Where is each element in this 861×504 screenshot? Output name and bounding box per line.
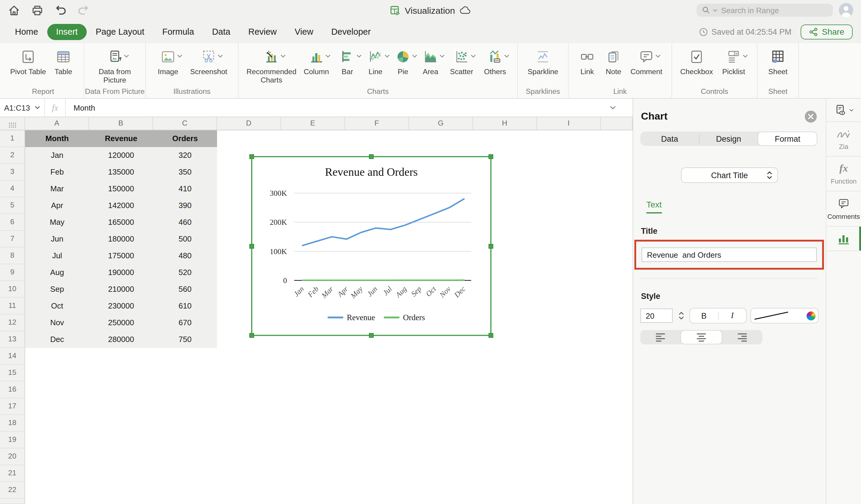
cell-B7[interactable]: 180000: [89, 231, 153, 247]
row-header-2[interactable]: 2: [0, 147, 25, 164]
undo-button[interactable]: [54, 3, 67, 17]
sheet-view-button[interactable]: [826, 99, 861, 122]
row-header-3[interactable]: 3: [0, 164, 25, 180]
ribbon-item-sparkline[interactable]: Sparkline: [524, 49, 561, 76]
tab-text[interactable]: Text: [646, 200, 661, 214]
column-header-I[interactable]: I: [537, 117, 601, 130]
rail-item-comments[interactable]: Comments: [826, 191, 861, 227]
ribbon-item-pivot-table[interactable]: Pivot Table: [9, 49, 47, 76]
cell-C12[interactable]: 670: [153, 314, 217, 331]
chart-handle-nw[interactable]: [249, 154, 254, 159]
column-header-C[interactable]: C: [153, 117, 217, 130]
row-header-20[interactable]: 20: [0, 448, 25, 465]
row-header-14[interactable]: 14: [0, 348, 25, 365]
rail-item-function[interactable]: fx Function: [826, 156, 861, 191]
row-header-10[interactable]: 10: [0, 281, 25, 298]
line-style-button[interactable]: [750, 308, 819, 324]
search-input[interactable]: [720, 5, 812, 15]
cell-A3[interactable]: Feb: [25, 164, 89, 180]
ribbon-item-pie[interactable]: Pie: [391, 49, 415, 76]
bold-button[interactable]: B: [690, 311, 718, 320]
align-center-button[interactable]: [681, 330, 722, 344]
tab-page-layout[interactable]: Page Layout: [87, 24, 153, 40]
rail-item-zia[interactable]: Zia: [826, 122, 861, 156]
ribbon-item-screenshot[interactable]: Screenshot: [186, 49, 231, 76]
formula-bar-expand-icon[interactable]: [610, 106, 616, 109]
row-header-12[interactable]: 12: [0, 314, 25, 331]
cell-C2[interactable]: 320: [153, 147, 217, 164]
cell-C10[interactable]: 560: [153, 281, 217, 298]
panel-tab-data[interactable]: Data: [640, 132, 699, 146]
cell-A4[interactable]: Mar: [25, 180, 89, 197]
panel-tab-design[interactable]: Design: [699, 132, 757, 146]
row-header-9[interactable]: 9: [0, 264, 25, 281]
cell-C4[interactable]: 410: [153, 180, 217, 197]
chart-handle-se[interactable]: [489, 333, 493, 338]
cell-C5[interactable]: 390: [153, 197, 217, 214]
cell-C13[interactable]: 750: [153, 331, 217, 348]
name-box-chevron-icon[interactable]: [35, 106, 40, 109]
column-header-B[interactable]: B: [89, 117, 153, 130]
cell-C7[interactable]: 500: [153, 231, 217, 247]
cell-B12[interactable]: 250000: [89, 314, 153, 331]
tab-developer[interactable]: Developer: [322, 24, 380, 40]
row-header-7[interactable]: 7: [0, 231, 25, 247]
ribbon-item-picklist[interactable]: Picklist: [717, 49, 750, 76]
ribbon-item-bar[interactable]: Bar: [335, 49, 360, 76]
row-header-19[interactable]: 19: [0, 432, 25, 448]
cell-B10[interactable]: 210000: [89, 281, 153, 298]
chart-handle-n[interactable]: [369, 154, 374, 159]
share-button[interactable]: Share: [800, 24, 853, 39]
cell-B6[interactable]: 165000: [89, 214, 153, 231]
ribbon-item-area[interactable]: Area: [418, 49, 443, 76]
cell-B11[interactable]: 230000: [89, 298, 153, 314]
ribbon-item-checkbox[interactable]: Checkbox: [679, 49, 714, 76]
chart-handle-sw[interactable]: [249, 333, 254, 338]
cell-C9[interactable]: 520: [153, 264, 217, 281]
tab-formula[interactable]: Formula: [153, 24, 203, 40]
chart-handle-w[interactable]: [249, 244, 254, 248]
tab-insert[interactable]: Insert: [47, 24, 87, 40]
row-header-1[interactable]: 1: [0, 130, 25, 147]
cell-C3[interactable]: 350: [153, 164, 217, 180]
chart-handle-e[interactable]: [489, 244, 493, 248]
row-header-13[interactable]: 13: [0, 331, 25, 348]
formula-input[interactable]: Month: [66, 103, 610, 112]
home-button[interactable]: [7, 3, 20, 17]
column-header-F[interactable]: F: [345, 117, 409, 130]
column-header-partial[interactable]: [601, 117, 633, 130]
cell-A7[interactable]: Jun: [25, 231, 89, 247]
row-header-15[interactable]: 15: [0, 365, 25, 381]
chart-title-input[interactable]: [642, 247, 817, 262]
select-all-button[interactable]: [0, 117, 25, 130]
align-right-button[interactable]: [722, 330, 762, 344]
print-button[interactable]: [30, 3, 44, 17]
column-header-D[interactable]: D: [217, 117, 281, 130]
chart-handle-ne[interactable]: [489, 154, 493, 159]
row-header-18[interactable]: 18: [0, 415, 25, 432]
cell-B13[interactable]: 280000: [89, 331, 153, 348]
cell-A1[interactable]: Month: [25, 130, 89, 147]
panel-close-button[interactable]: [805, 111, 817, 123]
cell-A10[interactable]: Sep: [25, 281, 89, 298]
cell-A12[interactable]: Nov: [25, 314, 89, 331]
cell-C8[interactable]: 480: [153, 247, 217, 264]
ribbon-item-image[interactable]: Image: [152, 49, 183, 76]
ribbon-item-comment[interactable]: Comment: [628, 49, 665, 76]
cell-A8[interactable]: Jul: [25, 247, 89, 264]
cell-C1[interactable]: Orders: [153, 130, 217, 147]
column-header-G[interactable]: G: [409, 117, 473, 130]
ribbon-item-note[interactable]: Note: [601, 49, 625, 76]
row-header-21[interactable]: 21: [0, 465, 25, 482]
ribbon-item-others[interactable]: Others: [480, 49, 510, 76]
cell-C11[interactable]: 610: [153, 298, 217, 314]
column-header-A[interactable]: A: [25, 117, 89, 130]
column-header-E[interactable]: E: [281, 117, 345, 130]
chart-handle-s[interactable]: [369, 333, 374, 338]
italic-button[interactable]: I: [719, 311, 746, 321]
rail-item-chart-panel[interactable]: [826, 227, 861, 251]
chart-object[interactable]: Revenue and Orders300K200K100K0JanFebMar…: [251, 156, 491, 336]
ribbon-item-recommended-charts[interactable]: Recommended Charts: [245, 49, 298, 85]
cell-B3[interactable]: 135000: [89, 164, 153, 180]
ribbon-item-sheet[interactable]: Sheet: [764, 49, 792, 76]
